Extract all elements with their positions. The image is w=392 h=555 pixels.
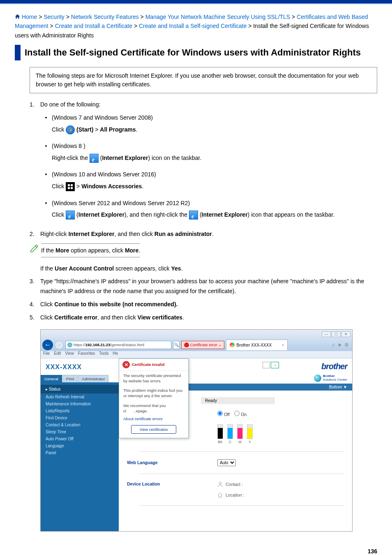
t: , and then click: [115, 231, 154, 237]
bullet: •: [40, 198, 52, 223]
t: ), and then right-click the: [125, 211, 189, 218]
favorites-icon[interactable]: ★: [337, 342, 342, 348]
sidebar-item[interactable]: Sleep Time: [41, 428, 119, 435]
sidebar-item[interactable]: ▸ Status: [41, 385, 119, 393]
contact-row: Contact :: [217, 481, 244, 487]
tab-label: Brother XXX-XXXX: [236, 343, 272, 347]
bc-nsf[interactable]: Network Security Features: [71, 14, 139, 20]
radio-on[interactable]: On: [234, 412, 247, 417]
t: Yes: [171, 265, 181, 272]
close-button[interactable]: ✕: [341, 331, 350, 337]
t: Windows Accessories: [81, 183, 142, 190]
bc-createself[interactable]: Create and Install a Self-signed Certifi…: [139, 23, 247, 29]
t: Contact :: [226, 482, 243, 487]
menu-help[interactable]: He: [113, 351, 118, 358]
t: Click: [52, 211, 66, 218]
status-ready: Ready: [201, 397, 275, 404]
minimize-button[interactable]: —: [322, 331, 331, 337]
login-input[interactable]: [263, 362, 270, 368]
login-button[interactable]: [271, 362, 279, 368]
sidebar-item[interactable]: Panel: [41, 449, 119, 456]
t: >: [93, 126, 100, 133]
t: Internet Explorer: [202, 211, 248, 218]
t: >: [75, 183, 81, 190]
top-bar: [0, 0, 392, 4]
t: (: [75, 211, 78, 218]
page-number: 136: [0, 540, 392, 555]
sidebar-item[interactable]: Lists/Reports: [41, 407, 119, 414]
sidebar-item[interactable]: Language: [41, 442, 119, 449]
sidebar-item[interactable]: Contact & Location: [41, 421, 119, 428]
sidebar-item[interactable]: Find Device: [41, 414, 119, 421]
bc-home[interactable]: Home: [22, 14, 37, 20]
home-icon: [15, 14, 20, 19]
tip-pen-icon: [30, 243, 41, 254]
search-icon[interactable]: 🔍: [173, 341, 180, 349]
page-title-box: Install the Self-signed Certificate for …: [15, 45, 377, 60]
browser-screenshot: — ☐ ✕ ← → https://192.168.21.23/general/…: [40, 329, 353, 532]
t: ) icon on the taskbar.: [148, 155, 201, 161]
menu-tools[interactable]: Tools: [99, 351, 108, 358]
bc-security[interactable]: Security: [44, 14, 65, 20]
tab-general[interactable]: General: [41, 375, 62, 382]
step-1-num: 1.: [30, 100, 40, 226]
popup-about-link[interactable]: About certificate errors: [119, 416, 188, 422]
back-button[interactable]: ←: [42, 340, 53, 350]
browser-tab[interactable]: Brother XXX-XXXX ×: [226, 340, 288, 350]
bc-create[interactable]: Create and Install a Certificate: [55, 23, 132, 29]
t: Internet Explorer: [78, 211, 125, 218]
popup-title: Certificate Invalid: [132, 362, 164, 367]
menu-file[interactable]: File: [43, 351, 50, 358]
t: M: [237, 440, 243, 444]
popup-text-1: The security certificate presented by we…: [119, 371, 188, 386]
certificate-error-badge[interactable]: Certificate error ⌄: [181, 341, 224, 349]
t: , and then click: [97, 314, 137, 321]
tab-close-icon[interactable]: ×: [282, 343, 284, 347]
web-lang-select[interactable]: Auto: [217, 459, 236, 466]
t: Click: [52, 183, 66, 190]
t: Brother: [323, 374, 335, 378]
tab-favicon: [230, 342, 235, 347]
t: On: [241, 412, 247, 417]
t: If the: [41, 247, 55, 254]
home-icon[interactable]: ⌂: [332, 342, 335, 348]
bullet: •: [40, 141, 52, 166]
t: More: [125, 247, 138, 254]
bullet: •: [40, 169, 52, 194]
view-certificates-button[interactable]: View certificates: [131, 425, 176, 434]
radio-off[interactable]: Off: [217, 412, 230, 417]
step1-sub1-cond: (Windows 7 and Windows Server 2008): [52, 112, 377, 123]
sidebar-item[interactable]: Maintenance Information: [41, 400, 119, 407]
device-model: XXX-XXXX: [41, 358, 119, 375]
t: Location :: [226, 493, 244, 497]
start-orb-icon: [66, 125, 75, 134]
tab-administrator[interactable]: Administrator: [78, 375, 108, 382]
ie-icon: [189, 210, 198, 220]
menu-edit[interactable]: Edit: [54, 351, 61, 358]
bc-manage[interactable]: Manage Your Network Machine Securely Usi…: [145, 14, 291, 20]
browser-tabbar: ← → https://192.168.21.23/general/status…: [41, 339, 352, 351]
browser-menubar: File Edit View Favorites Tools He: [41, 351, 352, 358]
tab-print[interactable]: Print: [62, 375, 78, 382]
sidebar-item[interactable]: Auto Power Off: [41, 435, 119, 442]
sidebar-item[interactable]: Auto Refresh Interval: [41, 393, 119, 400]
step1-sub3-cond: (Windows 10 and Windows Server 2016): [52, 169, 377, 180]
forward-button[interactable]: →: [55, 340, 64, 349]
address-bar[interactable]: https://192.168.21.23/general/status.htm…: [65, 341, 171, 349]
solutions-center-link[interactable]: BrotherSolutions Center: [314, 375, 347, 382]
step-4-num: 4.: [30, 300, 40, 310]
t: C: [227, 440, 233, 444]
menu-view[interactable]: View: [65, 351, 74, 358]
page-title: Install the Self-signed Certificate for …: [25, 47, 373, 58]
t: Y: [247, 440, 253, 444]
menu-favorites[interactable]: Favorites: [78, 351, 95, 358]
shield-icon: [184, 342, 189, 347]
tools-icon[interactable]: ⚙: [344, 342, 349, 348]
globe-icon: [314, 375, 321, 382]
maximize-button[interactable]: ☐: [332, 331, 341, 337]
t: Right-click: [40, 231, 68, 237]
t: User Account Control: [55, 265, 114, 272]
note-text: The following steps are for Microsoft In…: [36, 72, 359, 88]
svg-point-0: [219, 482, 221, 484]
t: screen appears, click: [114, 265, 171, 272]
